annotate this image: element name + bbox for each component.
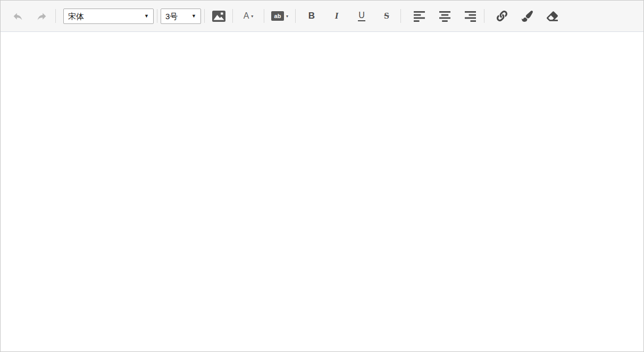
redo-icon: [36, 11, 47, 22]
bold-button[interactable]: B: [301, 6, 322, 26]
insert-link-button[interactable]: [491, 6, 513, 26]
strikethrough-button[interactable]: S: [376, 6, 397, 26]
align-left-icon: [413, 11, 425, 22]
toolbar-divider: [157, 9, 157, 23]
strikethrough-icon: S: [384, 11, 389, 21]
caret-down-icon: ▾: [251, 14, 253, 19]
font-color-button[interactable]: A ▾: [236, 6, 261, 26]
undo-icon: [12, 11, 23, 22]
bold-icon: B: [308, 11, 315, 21]
font-family-value: 宋体: [68, 12, 84, 20]
link-icon: [497, 11, 507, 21]
toolbar-divider: [295, 9, 296, 23]
format-brush-button[interactable]: [516, 6, 538, 26]
toolbar-divider: [484, 9, 484, 23]
align-center-icon: [439, 11, 451, 22]
toolbar-divider: [400, 9, 401, 23]
underline-button[interactable]: U: [351, 6, 372, 26]
highlight-color-button[interactable]: ab ▾: [267, 6, 292, 26]
insert-image-button[interactable]: [208, 6, 229, 26]
undo-button[interactable]: [7, 6, 28, 26]
align-center-button[interactable]: [434, 6, 455, 26]
select-arrow-icon: ▼: [191, 14, 196, 19]
toolbar-divider: [204, 9, 205, 23]
italic-icon: I: [335, 11, 339, 21]
font-family-select[interactable]: 宋体 ▼: [63, 9, 154, 24]
font-color-icon: A: [244, 11, 249, 21]
font-size-value: 3号: [165, 12, 178, 20]
image-icon: [212, 11, 225, 22]
clear-format-button[interactable]: [541, 6, 563, 26]
align-right-icon: [464, 11, 476, 22]
eraser-icon: [547, 11, 558, 22]
underline-icon: U: [358, 11, 365, 22]
rich-text-editor: 宋体 ▼ 3号 ▼ A ▾: [0, 0, 644, 352]
brush-icon: [522, 11, 533, 22]
toolbar-divider: [232, 9, 233, 23]
font-size-select[interactable]: 3号 ▼: [161, 9, 201, 24]
align-left-button[interactable]: [408, 6, 430, 26]
italic-button[interactable]: I: [326, 6, 347, 26]
toolbar-divider: [264, 9, 264, 23]
align-right-button[interactable]: [459, 6, 481, 26]
highlight-color-icon: ab: [271, 11, 284, 21]
caret-down-icon: ▾: [286, 14, 288, 19]
editor-toolbar: 宋体 ▼ 3号 ▼ A ▾: [1, 1, 643, 32]
toolbar-divider: [55, 9, 56, 23]
editor-content[interactable]: [1, 32, 643, 351]
redo-button[interactable]: [31, 6, 52, 26]
select-arrow-icon: ▼: [144, 14, 149, 19]
